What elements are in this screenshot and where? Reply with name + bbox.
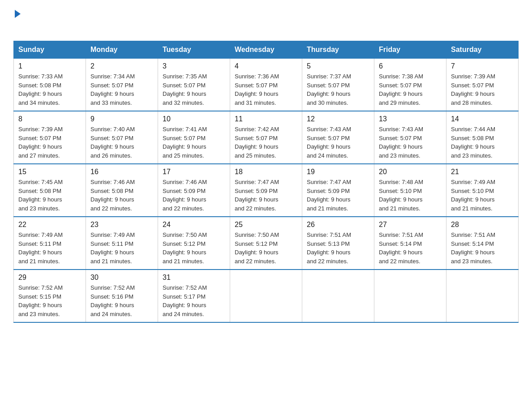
page-header xyxy=(13,9,519,32)
calendar-day-11: 11 Sunrise: 7:42 AM Sunset: 5:07 PM Dayl… xyxy=(230,111,302,164)
calendar-table: SundayMondayTuesdayWednesdayThursdayFrid… xyxy=(13,41,519,323)
calendar-day-21: 21 Sunrise: 7:49 AM Sunset: 5:10 PM Dayl… xyxy=(446,164,519,217)
day-number: 5 xyxy=(307,62,369,70)
calendar-day-13: 13 Sunrise: 7:43 AM Sunset: 5:07 PM Dayl… xyxy=(374,111,446,164)
day-info: Sunrise: 7:52 AM Sunset: 5:17 PM Dayligh… xyxy=(163,283,225,318)
day-info: Sunrise: 7:52 AM Sunset: 5:15 PM Dayligh… xyxy=(18,283,81,318)
day-info: Sunrise: 7:47 AM Sunset: 5:09 PM Dayligh… xyxy=(235,178,297,213)
day-number: 28 xyxy=(451,221,514,229)
day-info: Sunrise: 7:39 AM Sunset: 5:07 PM Dayligh… xyxy=(451,72,514,107)
calendar-day-7: 7 Sunrise: 7:39 AM Sunset: 5:07 PM Dayli… xyxy=(446,59,519,111)
day-info: Sunrise: 7:49 AM Sunset: 5:11 PM Dayligh… xyxy=(18,231,81,265)
day-number: 30 xyxy=(90,274,153,282)
calendar-day-22: 22 Sunrise: 7:49 AM Sunset: 5:11 PM Dayl… xyxy=(14,217,86,270)
day-number: 31 xyxy=(163,274,225,282)
day-number: 20 xyxy=(379,168,442,176)
header-tuesday: Tuesday xyxy=(158,41,230,59)
calendar-week-1: 1 Sunrise: 7:33 AM Sunset: 5:08 PM Dayli… xyxy=(14,59,519,111)
calendar-day-25: 25 Sunrise: 7:50 AM Sunset: 5:12 PM Dayl… xyxy=(230,217,302,270)
day-info: Sunrise: 7:38 AM Sunset: 5:07 PM Dayligh… xyxy=(379,72,442,107)
day-number: 12 xyxy=(307,115,369,123)
calendar-day-4: 4 Sunrise: 7:36 AM Sunset: 5:07 PM Dayli… xyxy=(230,59,302,111)
header-thursday: Thursday xyxy=(302,41,374,59)
day-number: 15 xyxy=(18,168,81,176)
calendar-day-24: 24 Sunrise: 7:50 AM Sunset: 5:12 PM Dayl… xyxy=(158,217,230,270)
calendar-day-10: 10 Sunrise: 7:41 AM Sunset: 5:07 PM Dayl… xyxy=(158,111,230,164)
calendar-empty-cell xyxy=(230,270,302,322)
calendar-day-18: 18 Sunrise: 7:47 AM Sunset: 5:09 PM Dayl… xyxy=(230,164,302,217)
calendar-day-17: 17 Sunrise: 7:46 AM Sunset: 5:09 PM Dayl… xyxy=(158,164,230,217)
day-info: Sunrise: 7:44 AM Sunset: 5:08 PM Dayligh… xyxy=(451,125,514,160)
day-number: 29 xyxy=(18,274,81,282)
day-number: 8 xyxy=(18,115,81,123)
day-number: 10 xyxy=(163,115,225,123)
day-info: Sunrise: 7:49 AM Sunset: 5:10 PM Dayligh… xyxy=(451,178,514,213)
calendar-day-15: 15 Sunrise: 7:45 AM Sunset: 5:08 PM Dayl… xyxy=(14,164,86,217)
day-info: Sunrise: 7:41 AM Sunset: 5:07 PM Dayligh… xyxy=(163,125,225,160)
day-number: 4 xyxy=(235,62,297,70)
header-wednesday: Wednesday xyxy=(230,41,302,59)
day-number: 25 xyxy=(235,221,297,229)
calendar-day-30: 30 Sunrise: 7:52 AM Sunset: 5:16 PM Dayl… xyxy=(86,270,158,322)
calendar-day-3: 3 Sunrise: 7:35 AM Sunset: 5:07 PM Dayli… xyxy=(158,59,230,111)
calendar-week-2: 8 Sunrise: 7:39 AM Sunset: 5:07 PM Dayli… xyxy=(14,111,519,164)
day-number: 6 xyxy=(379,62,442,70)
calendar-day-27: 27 Sunrise: 7:51 AM Sunset: 5:14 PM Dayl… xyxy=(374,217,446,270)
logo xyxy=(13,9,21,32)
day-number: 1 xyxy=(18,62,81,70)
day-info: Sunrise: 7:36 AM Sunset: 5:07 PM Dayligh… xyxy=(235,72,297,107)
calendar-week-5: 29 Sunrise: 7:52 AM Sunset: 5:15 PM Dayl… xyxy=(14,270,519,322)
day-info: Sunrise: 7:46 AM Sunset: 5:09 PM Dayligh… xyxy=(163,178,225,213)
day-number: 9 xyxy=(90,115,153,123)
day-info: Sunrise: 7:45 AM Sunset: 5:08 PM Dayligh… xyxy=(18,178,81,213)
calendar-day-16: 16 Sunrise: 7:46 AM Sunset: 5:08 PM Dayl… xyxy=(86,164,158,217)
day-info: Sunrise: 7:51 AM Sunset: 5:13 PM Dayligh… xyxy=(307,231,369,265)
day-number: 24 xyxy=(163,221,225,229)
calendar-day-23: 23 Sunrise: 7:49 AM Sunset: 5:11 PM Dayl… xyxy=(86,217,158,270)
day-number: 21 xyxy=(451,168,514,176)
day-info: Sunrise: 7:43 AM Sunset: 5:07 PM Dayligh… xyxy=(307,125,369,160)
calendar-week-3: 15 Sunrise: 7:45 AM Sunset: 5:08 PM Dayl… xyxy=(14,164,519,217)
header-sunday: Sunday xyxy=(14,41,86,59)
calendar-day-19: 19 Sunrise: 7:47 AM Sunset: 5:09 PM Dayl… xyxy=(302,164,374,217)
day-number: 16 xyxy=(90,168,153,176)
logo-arrow-icon xyxy=(15,10,21,18)
day-info: Sunrise: 7:49 AM Sunset: 5:11 PM Dayligh… xyxy=(90,231,153,265)
calendar-day-1: 1 Sunrise: 7:33 AM Sunset: 5:08 PM Dayli… xyxy=(14,59,86,111)
header-monday: Monday xyxy=(86,41,158,59)
day-number: 11 xyxy=(235,115,297,123)
calendar-header-row: SundayMondayTuesdayWednesdayThursdayFrid… xyxy=(14,41,519,59)
day-info: Sunrise: 7:51 AM Sunset: 5:14 PM Dayligh… xyxy=(379,231,442,265)
day-info: Sunrise: 7:52 AM Sunset: 5:16 PM Dayligh… xyxy=(90,283,153,318)
day-info: Sunrise: 7:37 AM Sunset: 5:07 PM Dayligh… xyxy=(307,72,369,107)
calendar-day-2: 2 Sunrise: 7:34 AM Sunset: 5:07 PM Dayli… xyxy=(86,59,158,111)
day-number: 22 xyxy=(18,221,81,229)
calendar-day-28: 28 Sunrise: 7:51 AM Sunset: 5:14 PM Dayl… xyxy=(446,217,519,270)
day-info: Sunrise: 7:48 AM Sunset: 5:10 PM Dayligh… xyxy=(379,178,442,213)
day-number: 19 xyxy=(307,168,369,176)
day-number: 27 xyxy=(379,221,442,229)
day-number: 3 xyxy=(163,62,225,70)
day-info: Sunrise: 7:40 AM Sunset: 5:07 PM Dayligh… xyxy=(90,125,153,160)
calendar-empty-cell xyxy=(446,270,519,322)
calendar-empty-cell xyxy=(374,270,446,322)
day-info: Sunrise: 7:51 AM Sunset: 5:14 PM Dayligh… xyxy=(451,231,514,265)
day-info: Sunrise: 7:46 AM Sunset: 5:08 PM Dayligh… xyxy=(90,178,153,213)
calendar-empty-cell xyxy=(302,270,374,322)
day-info: Sunrise: 7:33 AM Sunset: 5:08 PM Dayligh… xyxy=(18,72,81,107)
day-number: 14 xyxy=(451,115,514,123)
calendar-day-8: 8 Sunrise: 7:39 AM Sunset: 5:07 PM Dayli… xyxy=(14,111,86,164)
calendar-day-5: 5 Sunrise: 7:37 AM Sunset: 5:07 PM Dayli… xyxy=(302,59,374,111)
calendar-day-14: 14 Sunrise: 7:44 AM Sunset: 5:08 PM Dayl… xyxy=(446,111,519,164)
day-info: Sunrise: 7:39 AM Sunset: 5:07 PM Dayligh… xyxy=(18,125,81,160)
day-number: 18 xyxy=(235,168,297,176)
day-info: Sunrise: 7:50 AM Sunset: 5:12 PM Dayligh… xyxy=(235,231,297,265)
day-info: Sunrise: 7:34 AM Sunset: 5:07 PM Dayligh… xyxy=(90,72,153,107)
day-info: Sunrise: 7:43 AM Sunset: 5:07 PM Dayligh… xyxy=(379,125,442,160)
calendar-day-20: 20 Sunrise: 7:48 AM Sunset: 5:10 PM Dayl… xyxy=(374,164,446,217)
day-info: Sunrise: 7:42 AM Sunset: 5:07 PM Dayligh… xyxy=(235,125,297,160)
day-number: 26 xyxy=(307,221,369,229)
day-number: 2 xyxy=(90,62,153,70)
day-number: 17 xyxy=(163,168,225,176)
day-info: Sunrise: 7:47 AM Sunset: 5:09 PM Dayligh… xyxy=(307,178,369,213)
